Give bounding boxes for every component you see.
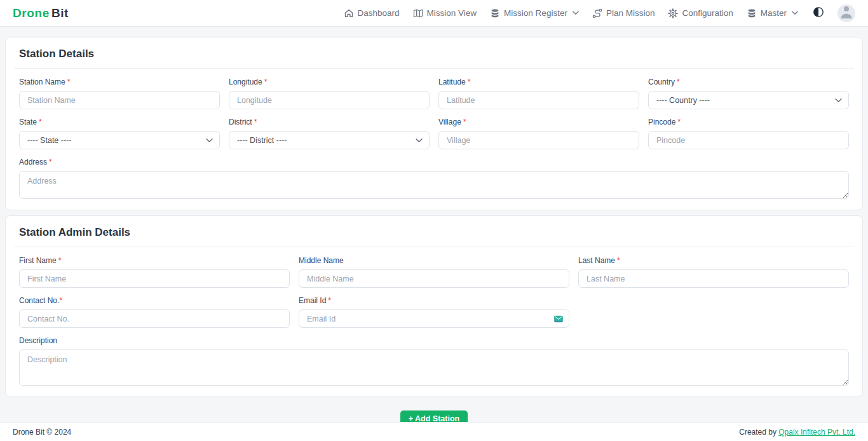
nav-item-label: Master <box>761 8 787 18</box>
field-pincode: Pincode* <box>648 118 849 149</box>
brand-logo[interactable]: DroneBit <box>13 6 69 20</box>
station-details-title: Station Details <box>14 45 854 69</box>
required-asterisk: * <box>328 296 331 305</box>
pincode-input[interactable] <box>648 131 849 149</box>
district-label: District* <box>229 118 430 126</box>
field-country: Country* ---- Country ---- <box>648 78 849 109</box>
required-asterisk: * <box>49 158 52 166</box>
field-last-name: Last Name* <box>578 256 849 288</box>
longitude-label: Longitude* <box>229 78 430 86</box>
required-asterisk: * <box>59 296 62 305</box>
address-label: Address* <box>19 158 849 166</box>
state-select[interactable]: ---- State ---- <box>19 131 220 149</box>
last-name-input[interactable] <box>578 269 849 288</box>
middle-name-input[interactable] <box>299 269 569 288</box>
required-asterisk: * <box>39 118 42 126</box>
gear-icon <box>668 8 678 18</box>
station-admin-details-card: Station Admin Details First Name* Middle… <box>5 215 863 397</box>
field-middle-name: Middle Name <box>299 256 569 288</box>
email-id-input[interactable] <box>299 309 569 328</box>
field-village: Village* <box>438 118 639 149</box>
field-state: State* ---- State ---- <box>19 118 220 149</box>
home-icon <box>344 8 354 18</box>
nav-item-label: Mission Register <box>504 8 567 18</box>
contact-no-label: Contact No.* <box>19 296 290 305</box>
latitude-input[interactable] <box>438 91 639 109</box>
description-label: Description <box>19 336 849 345</box>
footer-created-by: Created by <box>739 428 776 437</box>
middle-name-label: Middle Name <box>299 256 569 265</box>
required-asterisk: * <box>677 78 680 86</box>
nav-item-label: Configuration <box>682 8 733 18</box>
page-content: Station Details Station Name* Longitude*… <box>0 27 868 427</box>
station-admin-details-title: Station Admin Details <box>14 224 854 247</box>
contact-no-input[interactable] <box>19 309 290 328</box>
nav-item-configuration[interactable]: Configuration <box>668 8 733 18</box>
chevron-down-icon <box>573 11 579 15</box>
nav-item-mission-register[interactable]: Mission Register <box>490 8 579 18</box>
address-textarea[interactable] <box>19 171 849 199</box>
nav-menu: Dashboard Mission View Mission Regis <box>344 4 855 22</box>
field-address: Address* <box>19 158 849 199</box>
required-asterisk: * <box>617 256 620 265</box>
layers-icon <box>747 8 757 18</box>
last-name-label: Last Name* <box>578 256 849 265</box>
station-name-input[interactable] <box>19 91 220 109</box>
field-email-id: Email Id* <box>299 296 569 328</box>
user-avatar[interactable] <box>837 4 855 22</box>
field-district: District* ---- District ---- <box>229 118 430 149</box>
nav-item-dashboard[interactable]: Dashboard <box>344 8 400 18</box>
database-icon <box>490 8 500 18</box>
country-label: Country* <box>648 78 849 86</box>
company-link[interactable]: Qpaix Infitech Pvt. Ltd. <box>778 428 855 437</box>
field-description: Description <box>19 336 849 386</box>
contrast-icon <box>813 6 824 20</box>
email-id-label: Email Id* <box>299 296 569 305</box>
field-contact-no: Contact No.* <box>19 296 290 328</box>
district-select[interactable]: ---- District ---- <box>229 131 430 149</box>
first-name-input[interactable] <box>19 269 290 288</box>
nav-item-master[interactable]: Master <box>747 8 798 18</box>
person-icon <box>837 4 855 22</box>
chevron-down-icon <box>792 11 798 15</box>
description-textarea[interactable] <box>19 349 849 386</box>
nav-item-plan-mission[interactable]: Plan Mission <box>592 8 655 18</box>
country-select[interactable]: ---- Country ---- <box>648 91 849 109</box>
latitude-label: Latitude* <box>438 78 639 86</box>
required-asterisk: * <box>67 78 71 86</box>
required-asterisk: * <box>254 118 257 126</box>
village-label: Village* <box>438 118 639 126</box>
pincode-label: Pincode* <box>648 118 849 126</box>
nav-item-mission-view[interactable]: Mission View <box>413 8 477 18</box>
field-longitude: Longitude* <box>229 78 430 109</box>
required-asterisk: * <box>468 78 471 86</box>
field-station-name: Station Name* <box>19 78 220 109</box>
required-asterisk: * <box>677 118 681 126</box>
state-label: State* <box>19 118 220 126</box>
nav-item-label: Plan Mission <box>606 8 655 18</box>
first-name-label: First Name* <box>19 256 290 265</box>
village-input[interactable] <box>438 131 639 149</box>
brand-logo-primary: Drone <box>13 6 50 20</box>
field-latitude: Latitude* <box>438 78 639 109</box>
nav-item-label: Mission View <box>427 8 477 18</box>
brand-logo-secondary: Bit <box>51 6 69 20</box>
required-asterisk: * <box>264 78 268 86</box>
required-asterisk: * <box>58 256 62 265</box>
top-navbar: DroneBit Dashboard Mission View <box>0 0 868 27</box>
email-icon <box>554 315 563 322</box>
longitude-input[interactable] <box>229 91 430 109</box>
footer-credit: Created by Qpaix Infitech Pvt. Ltd. <box>739 428 855 437</box>
route-icon <box>592 8 602 18</box>
map-icon <box>413 8 423 18</box>
footer-copyright: Drone Bit © 2024 <box>13 428 71 437</box>
required-asterisk: * <box>463 118 466 126</box>
station-name-label: Station Name* <box>19 78 220 86</box>
theme-toggle-button[interactable] <box>813 6 824 20</box>
station-details-card: Station Details Station Name* Longitude*… <box>5 37 863 210</box>
nav-item-label: Dashboard <box>358 8 400 18</box>
field-first-name: First Name* <box>19 256 290 288</box>
page-footer: Drone Bit © 2024 Created by Qpaix Infite… <box>0 422 868 441</box>
